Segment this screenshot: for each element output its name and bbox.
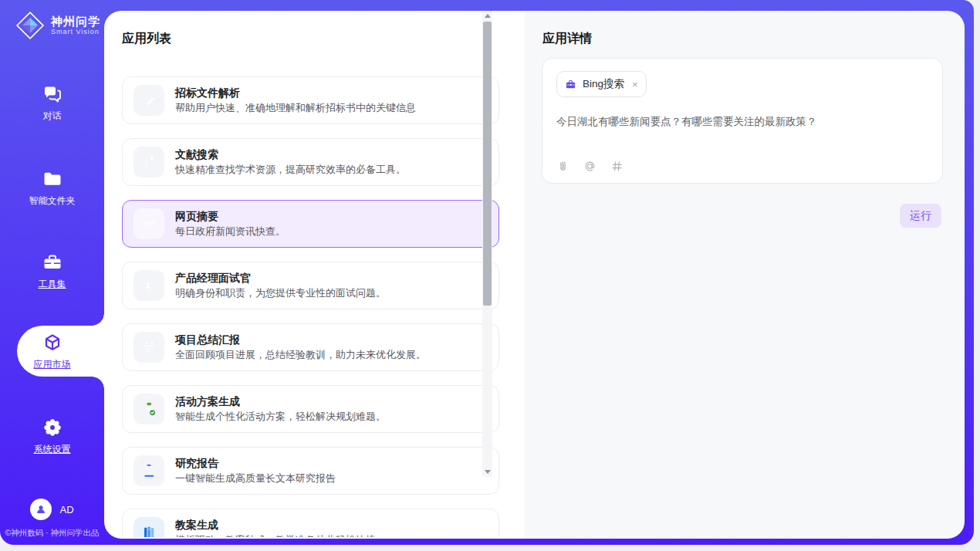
- sidebar-item-chat[interactable]: 对话: [0, 83, 104, 123]
- brand-logo: 神州问学 Smart Vision: [15, 11, 100, 40]
- tool-chip-label: Bing搜索: [583, 77, 624, 91]
- triangle-up-icon: [485, 14, 491, 18]
- app-list-item[interactable]: 网页摘要 每日政府新闻资讯快查。: [122, 200, 499, 248]
- briefcase-icon: [565, 79, 576, 90]
- pm-interviewer-icon: [140, 277, 158, 295]
- hash-icon: [610, 160, 623, 173]
- app-window: 神州问学 Smart Vision 对话 智能文件夹 工具集 应用市场 系统设置: [0, 0, 980, 551]
- app-description: 快速精准查找学术资源，提高研究效率的必备工具。: [175, 163, 406, 177]
- sidebar-item-toolset[interactable]: 工具集: [0, 252, 104, 291]
- app-name: 研究报告: [175, 456, 336, 470]
- mention-icon[interactable]: [583, 160, 596, 173]
- project-summary-icon: [140, 339, 158, 357]
- sidebar-item-settings[interactable]: 系统设置: [0, 417, 104, 456]
- app-list-item[interactable]: 文献搜索 快速精准查找学术资源，提高研究效率的必备工具。: [122, 138, 499, 186]
- user-name: AD: [59, 504, 73, 516]
- sidebar-item-label: 智能文件夹: [0, 194, 104, 208]
- app-name: 网页摘要: [175, 209, 286, 223]
- app-list-item[interactable]: 活动方案生成 智能生成个性化活动方案，轻松解决规划难题。: [122, 385, 499, 433]
- mention-icon: [583, 160, 596, 173]
- brand-title: 神州问学: [51, 15, 100, 28]
- sidebar-item-label: 系统设置: [0, 443, 104, 456]
- app-name: 教案生成: [175, 518, 376, 532]
- composer-toolbar: [556, 160, 623, 173]
- app-text: 网页摘要 每日政府新闻资讯快查。: [175, 209, 286, 238]
- user-account[interactable]: AD: [0, 499, 104, 520]
- app-text: 教案生成 模板驱动，教案秒成，教学准备从此轻松快捷: [175, 518, 376, 537]
- hash-icon[interactable]: [610, 160, 623, 173]
- app-icon-tile: [133, 394, 164, 424]
- tool-chip-bing-search[interactable]: Bing搜索 ×: [556, 71, 647, 97]
- app-icon-tile: [133, 455, 164, 486]
- sidebar-item-label: 工具集: [0, 278, 104, 291]
- tender-doc-icon: [140, 92, 158, 110]
- scrollbar[interactable]: [482, 11, 492, 477]
- query-text[interactable]: 今日湖北有哪些新闻要点？有哪些需要关注的最新政策？: [556, 114, 928, 129]
- app-detail-panel: 应用详情 Bing搜索 × 今日湖北有哪些新闻要点？有哪些需要关注的最新政策？ …: [525, 11, 965, 539]
- app-icon-tile: [133, 332, 164, 363]
- app-name: 活动方案生成: [175, 394, 386, 408]
- app-detail-title: 应用详情: [525, 11, 965, 47]
- gear-icon: [42, 417, 63, 438]
- app-list-item[interactable]: 招标文件解析 帮助用户快速、准确地理解和解析招标书中的关键信息: [122, 76, 499, 124]
- app-list-item[interactable]: 项目总结汇报 全面回顾项目进展，总结经验教训，助力未来优化发展。: [122, 323, 499, 371]
- sidebar-item-label: 对话: [0, 110, 104, 123]
- literature-search-icon: [140, 154, 158, 171]
- cube-icon: [42, 332, 63, 353]
- chip-close-icon[interactable]: ×: [632, 79, 638, 90]
- brand-text: 神州问学 Smart Vision: [51, 15, 100, 36]
- app-list-item[interactable]: 产品经理面试官 明确身份和职责，为您提供专业性的面试问题。: [122, 262, 499, 309]
- app-text: 活动方案生成 智能生成个性化活动方案，轻松解决规划难题。: [175, 394, 386, 424]
- prompt-card[interactable]: Bing搜索 × 今日湖北有哪些新闻要点？有哪些需要关注的最新政策？: [542, 58, 943, 184]
- sidebar-item-smart-folders[interactable]: 智能文件夹: [0, 168, 104, 208]
- app-name: 文献搜索: [175, 147, 406, 161]
- sidebar-item-label: 应用市场: [0, 358, 104, 371]
- sidebar: 神州问学 Smart Vision 对话 智能文件夹 工具集 应用市场 系统设置: [0, 0, 104, 545]
- scrollbar-thumb[interactable]: [483, 22, 492, 306]
- app-description: 每日政府新闻资讯快查。: [175, 225, 286, 238]
- sidebar-item-app-market[interactable]: 应用市场: [0, 332, 104, 371]
- lesson-plan-icon: [140, 524, 158, 538]
- app-text: 产品经理面试官 明确身份和职责，为您提供专业性的面试问题。: [175, 271, 386, 300]
- app-text: 招标文件解析 帮助用户快速、准确地理解和解析招标书中的关键信息: [175, 86, 416, 115]
- app-description: 帮助用户快速、准确地理解和解析招标书中的关键信息: [175, 101, 416, 115]
- brand-logo-icon: [15, 11, 45, 40]
- app-name: 项目总结汇报: [175, 333, 426, 346]
- app-description: 模板驱动，教案秒成，教学准备从此轻松快捷: [175, 533, 376, 537]
- triangle-down-icon: [485, 470, 491, 474]
- app-icon-tile: [133, 85, 164, 116]
- paperclip-icon: [556, 160, 569, 173]
- copyright-text: ©神州数码 · 神州问学出品: [0, 528, 104, 539]
- app-icon-tile: [133, 208, 164, 239]
- app-list-item[interactable]: 研究报告 一键智能生成高质量长文本研究报告: [122, 447, 499, 495]
- active-nav-fillet-bottom: [92, 377, 104, 389]
- chat-icon: [42, 83, 63, 105]
- app-description: 明确身份和职责，为您提供专业性的面试问题。: [175, 286, 386, 300]
- app-text: 项目总结汇报 全面回顾项目进展，总结经验教训，助力未来优化发展。: [175, 333, 426, 362]
- person-icon: [34, 502, 48, 516]
- brand-subtitle: Smart Vision: [51, 28, 100, 36]
- app-list-panel: 应用列表 招标文件解析 帮助用户快速、准确地理解和解析招标书中的关键信息 文献搜…: [104, 11, 525, 539]
- app-description: 一键智能生成高质量长文本研究报告: [175, 472, 336, 485]
- app-list-item[interactable]: 教案生成 模板驱动，教案秒成，教学准备从此轻松快捷: [122, 509, 499, 537]
- app-text: 研究报告 一键智能生成高质量长文本研究报告: [175, 456, 336, 485]
- paperclip-icon[interactable]: [556, 160, 569, 173]
- app-list-title: 应用列表: [104, 11, 525, 47]
- app-icon-tile: [133, 517, 164, 537]
- web-summary-icon: [140, 215, 158, 233]
- run-button[interactable]: 运行: [900, 204, 941, 228]
- main-content: 应用列表 招标文件解析 帮助用户快速、准确地理解和解析招标书中的关键信息 文献搜…: [104, 11, 965, 539]
- folder-icon: [42, 168, 63, 190]
- app-name: 产品经理面试官: [175, 271, 386, 285]
- active-nav-fillet-top: [92, 313, 104, 326]
- app-icon-tile: [133, 147, 164, 177]
- app-description: 智能生成个性化活动方案，轻松解决规划难题。: [175, 410, 386, 424]
- app-frame: 神州问学 Smart Vision 对话 智能文件夹 工具集 应用市场 系统设置: [0, 0, 974, 545]
- event-plan-icon: [140, 401, 158, 418]
- scrollbar-up-button[interactable]: [482, 11, 492, 21]
- toolbox-icon: [42, 252, 63, 273]
- scrollbar-down-button[interactable]: [482, 467, 492, 477]
- app-list: 招标文件解析 帮助用户快速、准确地理解和解析招标书中的关键信息 文献搜索 快速精…: [122, 71, 510, 537]
- research-report-icon: [140, 462, 158, 480]
- app-text: 文献搜索 快速精准查找学术资源，提高研究效率的必备工具。: [175, 147, 406, 177]
